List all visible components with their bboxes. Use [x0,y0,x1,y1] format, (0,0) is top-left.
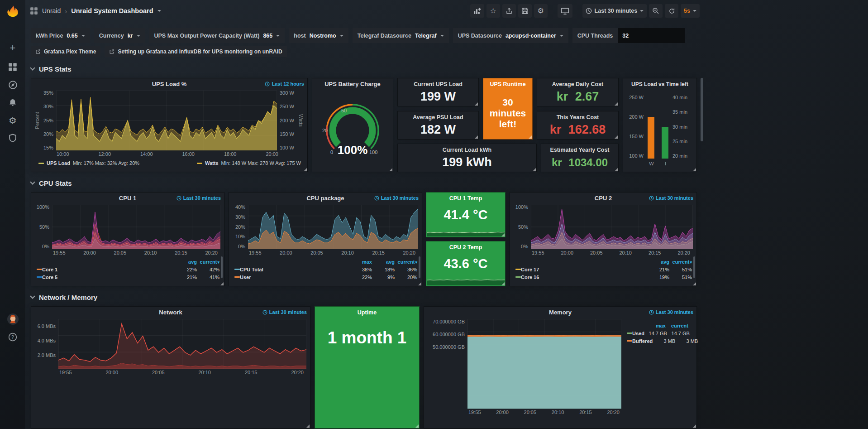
legend-header[interactable]: avg [372,259,395,265]
legend-header[interactable]: avg [174,259,197,265]
panel-title[interactable]: CPU 2 Temp [449,244,482,251]
admin-shield-icon[interactable] [0,131,25,145]
legend-series-name[interactable]: Core 1 [42,267,57,272]
resize-handle[interactable] [389,168,392,171]
zoom-out-time-button[interactable] [649,4,663,18]
time-range-badge[interactable]: Last 12 hours [265,81,304,87]
panel-title[interactable]: Memory [549,309,572,316]
configuration-gear-icon[interactable]: ⚙ [0,113,25,128]
variable-host[interactable]: hostNostromo [289,28,348,43]
star-dashboard-button[interactable]: ☆ [486,4,500,18]
resize-handle[interactable] [475,102,478,106]
panel-title[interactable]: UPS Load vs Time left [631,81,688,87]
cpu2-graph-plot[interactable] [531,205,693,249]
link-ups-monitoring-guide[interactable]: Setting up Grafana and InfluxDB for UPS … [105,46,286,57]
explore-compass-icon[interactable] [0,77,25,92]
variable-ups-datasource[interactable]: UPS Datasourceapcupsd-container [453,28,568,43]
legend-series-name[interactable]: Core 16 [521,275,539,280]
legend-series-name[interactable]: CPU Total [240,267,263,272]
panel-title[interactable]: Current Load kWh [443,147,491,153]
legend-header[interactable]: current [197,259,219,265]
variable-currency[interactable]: Currencykr [94,28,145,43]
add-icon[interactable]: + [0,41,25,55]
resize-handle[interactable] [615,135,618,139]
resize-handle[interactable] [304,168,307,171]
legend-header[interactable]: avg [647,259,669,265]
resize-handle[interactable] [615,102,618,106]
grafana-logo[interactable] [0,3,25,21]
alerting-bell-icon[interactable] [0,96,25,110]
variable-telegraf-datasource[interactable]: Telegraf DatasourceTelegraf [353,28,449,43]
section-cpu-stats[interactable]: CPU Stats [31,178,72,188]
dashboard-settings-button[interactable]: ⚙ [534,4,548,18]
ups-load-graph-plot[interactable] [56,91,277,150]
legend-series-name[interactable]: Buffered [632,338,653,344]
help-icon[interactable]: ? [0,330,25,344]
variable-ups-max-output[interactable]: UPS Max Output Power Capacity (Watt)865 [149,28,285,43]
panel-title[interactable]: CPU package [306,195,344,202]
memory-graph-plot[interactable] [467,319,621,409]
resize-handle[interactable] [533,168,536,171]
time-range-picker[interactable]: Last 30 minutes [582,4,647,18]
section-ups-stats[interactable]: UPS Stats [31,64,72,73]
legend-header[interactable]: max [643,323,666,328]
cpu-threads-input[interactable] [618,28,685,43]
cycle-view-mode-button[interactable] [558,4,572,18]
panel-title[interactable]: UPS Battery Charge [324,81,381,87]
time-range-badge[interactable]: Last 30 minutes [649,195,693,201]
variable-kwh-price[interactable]: kWh Price0.65 [31,28,90,43]
legend-series-name[interactable]: Core 17 [521,267,539,272]
save-dashboard-button[interactable] [518,4,532,18]
resize-handle[interactable] [475,135,478,139]
panel-title[interactable]: CPU 1 [119,195,136,202]
time-range-badge[interactable]: Last 30 minutes [262,309,307,315]
refresh-button[interactable] [665,4,678,18]
time-range-badge[interactable]: Last 30 minutes [374,195,419,201]
panel-title[interactable]: Uptime [358,309,377,316]
resize-handle[interactable] [501,282,505,285]
resize-handle[interactable] [693,282,696,285]
panel-title[interactable]: Current UPS Load [414,81,463,87]
resize-handle[interactable] [220,282,224,285]
legend-header[interactable]: current [395,259,417,265]
panel-title[interactable]: This Years Cost [557,114,599,121]
dashboard-title[interactable]: Unraid System Dashboard [71,7,153,14]
cpu1-graph-plot[interactable] [52,205,220,249]
legend-header[interactable]: current [666,323,688,328]
panel-title[interactable]: CPU 2 [595,195,612,202]
section-network-memory[interactable]: Network / Memory [31,293,97,302]
panel-title[interactable]: Average Daily Cost [552,81,603,87]
chevron-down-icon[interactable] [157,10,161,12]
legend-series-name[interactable]: Watts [205,160,219,166]
legend-series-name[interactable]: Core 5 [42,275,57,280]
legend-scrollbar[interactable] [221,256,223,278]
add-panel-button[interactable] [470,4,484,18]
share-dashboard-button[interactable] [502,4,516,18]
legend-scrollbar[interactable] [419,256,420,278]
panel-title[interactable]: Network [159,309,182,316]
resize-handle[interactable] [693,168,696,171]
legend-scrollbar[interactable] [693,256,695,278]
legend-header[interactable]: max [349,259,372,265]
dashboards-icon[interactable] [0,60,25,74]
panel-title[interactable]: UPS Runtime [490,81,525,87]
legend-series-name[interactable]: UPS Load [47,160,70,166]
panel-title[interactable]: CPU 1 Temp [449,195,482,202]
legend-series-name[interactable]: User [240,275,251,280]
user-avatar[interactable] [0,312,25,326]
resize-handle[interactable] [529,135,532,139]
refresh-interval-picker[interactable]: 5s [681,4,700,18]
legend-header[interactable]: current [669,259,692,265]
network-graph-plot[interactable] [58,319,306,369]
panel-title[interactable]: UPS Load % [152,81,187,87]
panel-title[interactable]: Average PSU Load [413,114,463,121]
time-range-badge[interactable]: Last 30 minutes [649,309,693,315]
cpu-package-graph-plot[interactable] [248,205,418,249]
page-scrollbar-thumb[interactable] [701,78,703,141]
resize-handle[interactable] [306,424,310,428]
panel-title[interactable]: Estimated Yearly Cost [550,147,609,153]
legend-series-name[interactable]: Used [632,331,644,336]
resize-handle[interactable] [418,282,421,285]
resize-handle[interactable] [415,424,419,428]
resize-handle[interactable] [501,233,505,236]
